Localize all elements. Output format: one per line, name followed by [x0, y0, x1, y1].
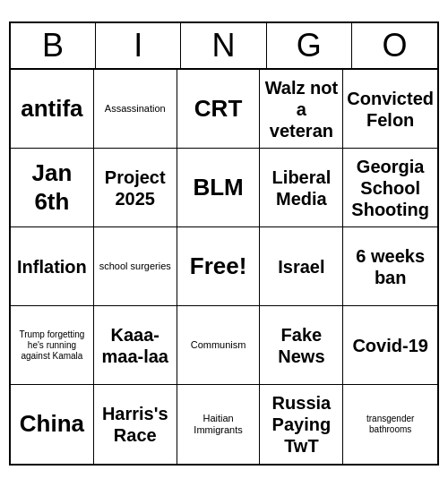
header-letter-g: G: [267, 23, 352, 68]
bingo-cell-23: Russia Paying TwT: [260, 385, 343, 464]
bingo-cell-4: Convicted Felon: [343, 70, 437, 149]
bingo-cell-15: Trump forgetting he's running against Ka…: [11, 306, 94, 385]
bingo-cell-18: Fake News: [260, 306, 343, 385]
bingo-card: BINGO antifaAssassinationCRTWalz not a v…: [9, 21, 439, 466]
bingo-cell-10: Inflation: [11, 227, 94, 306]
bingo-cell-24: transgender bathrooms: [343, 385, 437, 464]
header-letter-n: N: [181, 23, 266, 68]
bingo-header: BINGO: [11, 23, 437, 70]
bingo-cell-13: Israel: [260, 227, 343, 306]
bingo-cell-6: Project 2025: [94, 149, 177, 227]
bingo-cell-22: Haitian Immigrants: [177, 385, 261, 464]
bingo-cell-9: Georgia School Shooting: [343, 149, 437, 227]
bingo-cell-16: Kaaa-maa-laa: [94, 306, 177, 385]
header-letter-o: O: [352, 23, 437, 68]
bingo-cell-14: 6 weeks ban: [343, 227, 437, 306]
bingo-cell-5: Jan 6th: [11, 149, 94, 227]
bingo-cell-12: Free!: [177, 227, 261, 306]
bingo-cell-19: Covid-19: [343, 306, 437, 385]
bingo-cell-20: China: [11, 385, 94, 464]
bingo-cell-11: school surgeries: [94, 227, 177, 306]
bingo-cell-21: Harris's Race: [94, 385, 177, 464]
bingo-cell-8: Liberal Media: [260, 149, 343, 227]
bingo-cell-1: Assassination: [94, 70, 177, 149]
header-letter-b: B: [11, 23, 96, 68]
header-letter-i: I: [96, 23, 181, 68]
bingo-cell-3: Walz not a veteran: [260, 70, 343, 149]
bingo-cell-2: CRT: [177, 70, 261, 149]
bingo-grid: antifaAssassinationCRTWalz not a veteran…: [11, 70, 437, 464]
bingo-cell-17: Communism: [177, 306, 261, 385]
bingo-cell-7: BLM: [177, 149, 261, 227]
bingo-cell-0: antifa: [11, 70, 94, 149]
